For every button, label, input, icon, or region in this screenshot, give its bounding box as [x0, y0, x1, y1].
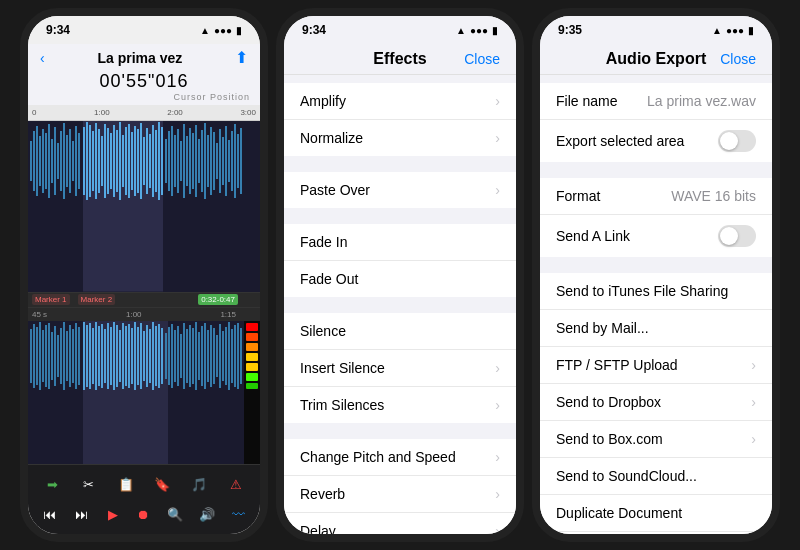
- export-toggle-sendlink[interactable]: [718, 225, 756, 247]
- chevron-icon-pasteover: ›: [495, 182, 500, 198]
- export-gap-1: [540, 170, 772, 178]
- toolbar-record-btn[interactable]: ⏺: [131, 504, 157, 526]
- svg-rect-65: [222, 137, 224, 185]
- effects-item-normalize[interactable]: Normalize ›: [284, 120, 516, 156]
- effects-group-4: Change Pitch and Speed › Reverb › Delay …: [284, 439, 516, 534]
- svg-rect-14: [66, 135, 68, 187]
- svg-rect-19: [83, 127, 85, 195]
- signal-icon-2: ●●●: [470, 25, 488, 36]
- toolbar-wave-btn[interactable]: 〰: [225, 504, 251, 526]
- effects-item-pasteover[interactable]: Paste Over ›: [284, 172, 516, 208]
- share-button[interactable]: ⬆: [235, 48, 248, 67]
- export-item-boxcom[interactable]: Send to Box.com ›: [540, 421, 772, 458]
- svg-rect-49: [174, 135, 176, 187]
- export-item-selectedarea[interactable]: Export selected area: [540, 120, 772, 162]
- svg-rect-29: [113, 125, 115, 197]
- svg-rect-98: [104, 329, 106, 383]
- export-label-dropbox: Send to Dropbox: [556, 394, 661, 410]
- svg-rect-100: [110, 327, 112, 385]
- export-toggle-selectedarea[interactable]: [718, 130, 756, 152]
- chevron-icon-delay: ›: [495, 523, 500, 534]
- svg-rect-76: [36, 327, 38, 385]
- toolbar-bookmark-btn[interactable]: 🔖: [149, 473, 175, 495]
- svg-rect-85: [63, 322, 65, 390]
- effects-item-delay[interactable]: Delay ›: [284, 513, 516, 534]
- svg-rect-83: [57, 335, 59, 377]
- back-button[interactable]: ‹: [40, 50, 45, 66]
- svg-rect-142: [237, 323, 239, 389]
- effects-item-silence[interactable]: Silence: [284, 313, 516, 350]
- effects-close-button[interactable]: Close: [464, 51, 500, 67]
- svg-rect-18: [78, 133, 80, 189]
- svg-rect-59: [204, 123, 206, 199]
- svg-rect-12: [60, 131, 62, 191]
- toolbar-zoom-btn[interactable]: 🔍: [162, 504, 188, 526]
- export-item-mail[interactable]: Send by Mail...: [540, 310, 772, 347]
- export-value-format: WAVE 16 bits: [671, 188, 756, 204]
- svg-rect-69: [234, 124, 236, 198]
- svg-rect-38: [140, 123, 142, 199]
- export-header: Audio Export Close: [540, 44, 772, 75]
- effects-item-fadein[interactable]: Fade In: [284, 224, 516, 261]
- status-time-1: 9:34: [46, 23, 70, 37]
- waveform-section[interactable]: Marker 1 Marker 2 0:32-0:47 45 s 1:00 1:…: [28, 121, 260, 464]
- svg-rect-48: [171, 126, 173, 196]
- export-item-duplicate[interactable]: Duplicate Document: [540, 495, 772, 532]
- phone-waveform-editor: 9:34 ▲ ●●● ▮ ‹ La prima vez ⬆ 00'55"016 …: [20, 8, 268, 542]
- toolbar-cut-btn[interactable]: ✂: [76, 473, 102, 495]
- chevron-icon-ftp: ›: [751, 357, 756, 373]
- toolbar-volume-btn[interactable]: 🔊: [194, 504, 220, 526]
- export-item-sendlink[interactable]: Send A Link: [540, 215, 772, 257]
- svg-rect-87: [69, 325, 71, 387]
- export-label-duplicate: Duplicate Document: [556, 505, 682, 521]
- export-item-soundcloud[interactable]: Send to SoundCloud...: [540, 458, 772, 495]
- waveform-top: [28, 121, 260, 293]
- export-close-button[interactable]: Close: [720, 51, 756, 67]
- export-item-dropbox[interactable]: Send to Dropbox ›: [540, 384, 772, 421]
- svg-rect-119: [168, 327, 170, 385]
- export-label-filename: File name: [556, 93, 617, 109]
- effects-item-reverb[interactable]: Reverb ›: [284, 476, 516, 513]
- svg-rect-102: [116, 325, 118, 387]
- chevron-icon-amplify: ›: [495, 93, 500, 109]
- editor-title: La prima vez: [97, 50, 182, 66]
- bottom-ruler-mark-1: 1:00: [126, 310, 142, 319]
- export-item-ftp[interactable]: FTP / SFTP Upload ›: [540, 347, 772, 384]
- effects-item-amplify[interactable]: Amplify ›: [284, 83, 516, 120]
- svg-rect-33: [125, 127, 127, 195]
- export-item-openin[interactable]: Open in...: [540, 532, 772, 534]
- status-time-3: 9:35: [558, 23, 582, 37]
- svg-rect-6: [42, 129, 44, 193]
- toolbar-play-btn[interactable]: ▶: [100, 504, 126, 526]
- effects-content[interactable]: Amplify › Normalize › Paste Over › Fade …: [284, 75, 516, 534]
- export-label-sendlink: Send A Link: [556, 228, 630, 244]
- svg-rect-125: [186, 329, 188, 383]
- effects-item-fadeout[interactable]: Fade Out: [284, 261, 516, 297]
- effects-gap-3: [284, 305, 516, 313]
- svg-rect-131: [204, 323, 206, 389]
- svg-rect-37: [137, 129, 139, 193]
- effects-item-changepitch[interactable]: Change Pitch and Speed ›: [284, 439, 516, 476]
- toolbar-copy-btn[interactable]: 📋: [113, 473, 139, 495]
- export-item-itunes[interactable]: Send to iTunes File Sharing: [540, 273, 772, 310]
- svg-rect-7: [45, 133, 47, 189]
- svg-rect-106: [128, 324, 130, 388]
- marker-bar: Marker 1 Marker 2 0:32-0:47: [28, 293, 260, 307]
- export-content[interactable]: File name La prima vez.wav Export select…: [540, 75, 772, 534]
- effects-item-trimsilences[interactable]: Trim Silences ›: [284, 387, 516, 423]
- svg-rect-71: [240, 128, 242, 194]
- effects-item-insertsilence[interactable]: Insert Silence ›: [284, 350, 516, 387]
- effects-gap-0: [284, 75, 516, 83]
- toolbar-skipback-btn[interactable]: ⏮: [37, 504, 63, 526]
- svg-rect-104: [122, 323, 124, 389]
- phone-audio-export: 9:35 ▲ ●●● ▮ Audio Export Close File nam…: [532, 8, 780, 542]
- toolbar-forward-btn[interactable]: ➡: [39, 473, 65, 495]
- toolbar-skipfwd-btn[interactable]: ⏭: [68, 504, 94, 526]
- svg-rect-40: [146, 128, 148, 194]
- toolbar-music-btn[interactable]: 🎵: [186, 473, 212, 495]
- svg-rect-92: [86, 325, 88, 387]
- svg-rect-41: [149, 134, 151, 188]
- battery-icon-2: ▮: [492, 25, 498, 36]
- toolbar-warning-btn[interactable]: ⚠: [223, 473, 249, 495]
- svg-rect-10: [54, 127, 56, 195]
